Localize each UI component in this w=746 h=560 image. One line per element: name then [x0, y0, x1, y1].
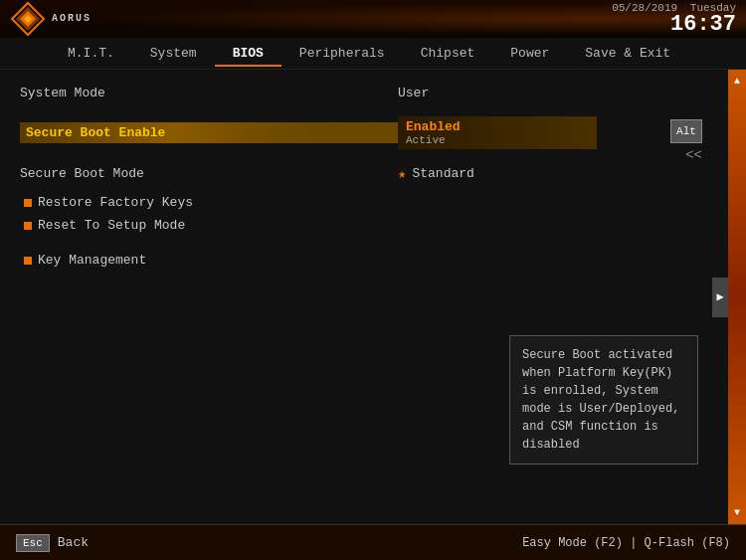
secure-boot-mode-label: Secure Boot Mode: [20, 166, 398, 181]
sidebar-right: ▲ ▼: [728, 70, 746, 524]
key-management-item[interactable]: Key Management: [20, 251, 708, 270]
reset-setup-mode-label: Reset To Setup Mode: [38, 218, 185, 233]
reset-to-setup-mode-item[interactable]: Reset To Setup Mode: [20, 216, 708, 235]
aorus-logo-icon: [10, 1, 46, 37]
restore-factory-keys-item[interactable]: Restore Factory Keys: [20, 193, 708, 212]
logo-text: AORUS: [52, 13, 92, 24]
key-management-label: Key Management: [38, 253, 146, 268]
footer: Esc Back Easy Mode (F2) | Q-Flash (F8): [0, 524, 746, 560]
date-text: 05/28/2019: [612, 2, 677, 14]
secure-boot-enabled-value: Enabled: [406, 119, 589, 134]
back-label: Back: [58, 535, 89, 550]
navbar: M.I.T. System BIOS Peripherals Chipset P…: [0, 38, 746, 70]
nav-item-chipset[interactable]: Chipset: [403, 40, 493, 67]
nav-item-save-exit[interactable]: Save & Exit: [567, 40, 688, 67]
esc-key-button[interactable]: Esc: [16, 534, 50, 552]
right-expand-handle[interactable]: ▶: [712, 278, 728, 317]
tooltip-text: Secure Boot activated when Platform Key(…: [522, 348, 679, 452]
scroll-down-arrow[interactable]: ▼: [732, 505, 742, 520]
system-mode-label: System Mode: [20, 86, 398, 100]
secure-boot-enable-row[interactable]: Secure Boot Enable Enabled Active: [20, 116, 708, 149]
time-display: 16:37: [612, 14, 736, 36]
footer-left: Esc Back: [16, 534, 89, 552]
alt-button[interactable]: Alt: [670, 119, 702, 143]
nav-item-power[interactable]: Power: [492, 40, 567, 67]
secure-boot-mode-value: Standard: [412, 166, 473, 181]
tooltip-box: Secure Boot activated when Platform Key(…: [509, 335, 698, 465]
footer-right-info: Easy Mode (F2) | Q-Flash (F8): [522, 536, 730, 550]
secure-boot-active: Active: [406, 134, 589, 146]
nav-item-bios[interactable]: BIOS: [215, 40, 281, 67]
system-mode-row: System Mode User: [20, 86, 708, 100]
header: AORUS 05/28/2019 Tuesday 16:37: [0, 0, 746, 38]
bullet-icon-3: [24, 257, 32, 265]
content-area: System Mode User Secure Boot Enable Enab…: [0, 70, 728, 524]
system-mode-value: User: [398, 86, 429, 100]
secure-boot-enable-value-wrapper: Enabled Active: [398, 116, 597, 149]
bullet-icon-2: [24, 222, 32, 230]
scroll-up-arrow[interactable]: ▲: [732, 74, 742, 89]
nav-item-peripherals[interactable]: Peripherals: [281, 40, 403, 67]
secure-boot-mode-row: Secure Boot Mode ★ Standard: [20, 161, 708, 185]
star-icon: ★: [398, 165, 406, 182]
datetime: 05/28/2019 Tuesday 16:37: [612, 2, 736, 36]
nav-item-mit[interactable]: M.I.T.: [50, 40, 132, 67]
restore-factory-keys-label: Restore Factory Keys: [38, 195, 193, 210]
secure-boot-enable-label: Secure Boot Enable: [20, 122, 398, 143]
chevron-left-icon[interactable]: <<: [685, 147, 702, 163]
logo-area: AORUS: [10, 1, 92, 37]
bullet-icon: [24, 199, 32, 207]
main-area: System Mode User Secure Boot Enable Enab…: [0, 70, 746, 524]
nav-item-system[interactable]: System: [132, 40, 215, 67]
